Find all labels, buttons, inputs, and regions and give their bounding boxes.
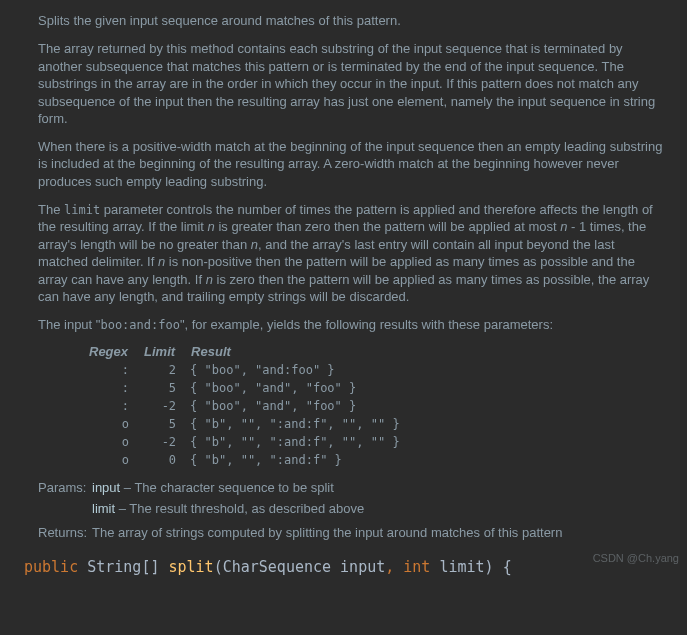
param-name-input: input	[92, 480, 120, 495]
cell-result: { "b", "", ":and:f", "", "" }	[190, 433, 400, 451]
cell-regex: o	[88, 433, 129, 451]
method-name: split	[169, 558, 214, 576]
param-desc-input: – The character sequence to be split	[120, 480, 334, 495]
cell-regex: o	[88, 415, 129, 433]
arg-limit: limit	[439, 558, 484, 576]
params-row-input: Params: input – The character sequence t…	[38, 479, 663, 497]
text: The	[38, 202, 64, 217]
description-paragraph-2: When there is a positive-width match at …	[38, 138, 663, 191]
col-regex: Regex	[88, 343, 129, 361]
cell-regex: o	[88, 451, 129, 469]
arg-input: input	[340, 558, 385, 576]
paren-open: (	[214, 558, 223, 576]
text: is greater than zero then the pattern wi…	[215, 219, 560, 234]
cell-result: { "b", "", ":and:f", "", "" }	[190, 415, 400, 433]
example-intro: The input "boo:and:foo", for example, yi…	[38, 316, 663, 334]
type-charsequence: CharSequence	[223, 558, 331, 576]
results-table: Regex Limit Result :2{ "boo", "and:foo" …	[74, 343, 414, 469]
param-desc-limit: – The result threshold, as described abo…	[115, 501, 364, 516]
var-n: n	[206, 272, 213, 287]
summary-paragraph: Splits the given input sequence around m…	[38, 12, 663, 30]
text: ", for example, yields the following res…	[180, 317, 553, 332]
code-limit: limit	[64, 203, 100, 217]
table-row: o5{ "b", "", ":and:f", "", "" }	[88, 415, 400, 433]
cell-result: { "boo", "and", "foo" }	[190, 379, 400, 397]
cell-limit: 5	[143, 379, 176, 397]
keyword-int: int	[403, 558, 430, 576]
var-n: n	[208, 219, 215, 234]
cell-regex: :	[88, 397, 129, 415]
params-label: Params:	[38, 479, 92, 497]
cell-limit: 0	[143, 451, 176, 469]
brace-open: {	[503, 558, 512, 576]
table-row: o0{ "b", "", ":and:f" }	[88, 451, 400, 469]
table-row: :-2{ "boo", "and", "foo" }	[88, 397, 400, 415]
limit-paragraph: The limit parameter controls the number …	[38, 201, 663, 306]
text: The input "	[38, 317, 100, 332]
cell-regex: :	[88, 361, 129, 379]
var-n: n	[251, 237, 258, 252]
cell-regex: :	[88, 379, 129, 397]
cell-limit: -2	[143, 397, 176, 415]
cell-result: { "boo", "and:foo" }	[190, 361, 400, 379]
type-string: String	[87, 558, 141, 576]
method-signature-line: public String[] split(CharSequence input…	[0, 552, 687, 576]
cell-limit: -2	[143, 433, 176, 451]
cell-result: { "boo", "and", "foo" }	[190, 397, 400, 415]
watermark: CSDN @Ch.yang	[593, 552, 679, 564]
returns-label: Returns:	[38, 524, 92, 542]
params-row-limit: limit – The result threshold, as describ…	[38, 500, 663, 518]
table-row: :5{ "boo", "and", "foo" }	[88, 379, 400, 397]
table-header-row: Regex Limit Result	[88, 343, 400, 361]
cell-result: { "b", "", ":and:f" }	[190, 451, 400, 469]
paren-close: )	[485, 558, 494, 576]
cell-limit: 5	[143, 415, 176, 433]
javadoc-popup: Splits the given input sequence around m…	[0, 0, 687, 542]
returns-desc: The array of strings computed by splitti…	[92, 524, 562, 542]
code-example-input: boo:and:foo	[100, 318, 179, 332]
comma: ,	[385, 558, 394, 576]
brackets: []	[141, 558, 159, 576]
returns-row: Returns: The array of strings computed b…	[38, 524, 663, 542]
col-result: Result	[190, 343, 400, 361]
table-row: o-2{ "b", "", ":and:f", "", "" }	[88, 433, 400, 451]
param-name-limit: limit	[92, 501, 115, 516]
params-label-empty	[38, 500, 92, 518]
cell-limit: 2	[143, 361, 176, 379]
col-limit: Limit	[143, 343, 176, 361]
keyword-public: public	[24, 558, 78, 576]
table-row: :2{ "boo", "and:foo" }	[88, 361, 400, 379]
description-paragraph-1: The array returned by this method contai…	[38, 40, 663, 128]
